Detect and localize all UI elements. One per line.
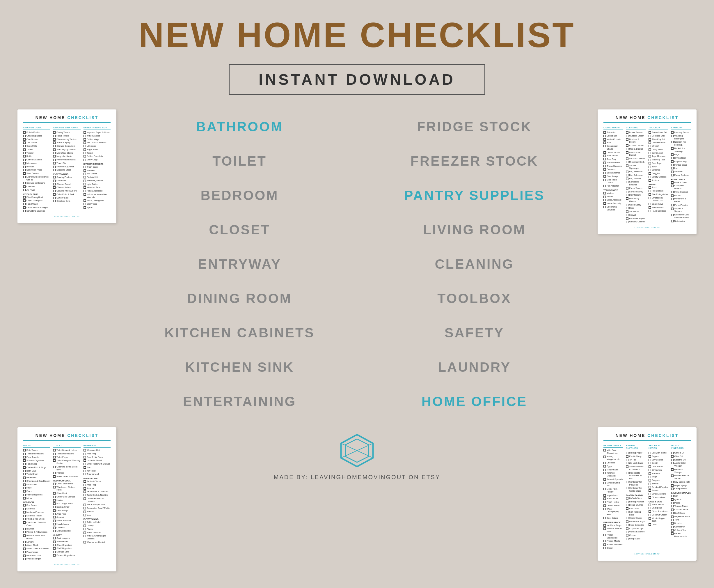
grid-item-toilet[interactable]: TOILET	[122, 144, 357, 178]
list-item: Computer Monitor	[671, 184, 691, 190]
list-item: Trivets	[23, 148, 50, 151]
grid-item-closet[interactable]: CLOSET	[122, 212, 357, 247]
card-header-br: NEW HOME CHECKLIST	[603, 433, 691, 441]
grid-label-dining-room: DINING ROOM	[128, 291, 351, 306]
list-item: Fresh Fruits	[603, 497, 623, 500]
list-item: Thyme	[649, 482, 668, 485]
col-oils: OILS & VINEGARS Canola Oil Olive Oil Ses…	[671, 444, 691, 550]
grid-item-kitchen-sink[interactable]: KITCHEN SINK	[122, 350, 357, 384]
section-label-bedroom-cont: BEDROOM CONT.	[53, 480, 80, 482]
list-item: Bin, Bedroom	[626, 170, 646, 173]
grid-item-entryway[interactable]: ENTRYWAY	[122, 247, 357, 281]
list-item: Dustpan & Broom	[626, 138, 646, 144]
list-item: Bi-Carb Soda	[626, 497, 646, 500]
section-label-tech: TECHNOLOGY	[603, 189, 623, 191]
list-item: Shampoo & Conditioner	[23, 480, 50, 483]
list-item: Wrench	[649, 145, 668, 148]
grid-item-entertaining[interactable]: ENTERTAINING	[122, 384, 357, 419]
col-spices: SPICES & HERBS Salt with Iodine Pepper B…	[649, 444, 668, 550]
bottom-center: MADE BY: LEAVINGHOMEMOVINGOUT ON ETSY	[122, 427, 592, 486]
list-item: Pasta	[671, 502, 691, 504]
list-item: Filing Cabinet	[671, 191, 691, 194]
list-item: Milk, Cow, Almond etc.	[603, 449, 623, 455]
list-item: Salt	[671, 495, 691, 498]
grid-item-freezer-stock[interactable]: FREEZER STOCK	[357, 144, 592, 178]
list-item: Shower Organiser	[23, 459, 50, 462]
list-item: Cumin	[649, 462, 668, 465]
card-header-right: NEW HOME CHECKLIST	[603, 115, 691, 123]
list-item: Screwdriver Set	[649, 131, 668, 134]
grid-label-pantry: PANTRY SUPPLIES	[363, 187, 586, 203]
list-item: Corn	[649, 523, 668, 526]
list-item: Teapot	[84, 152, 111, 154]
list-item: Bread	[603, 547, 623, 550]
list-item: Modem	[603, 192, 623, 195]
list-item: Matches	[84, 169, 111, 172]
list-item: Area Rug	[603, 158, 623, 161]
list-item: Indoor Broom	[626, 131, 646, 134]
grid-item-kitchen-cabinets[interactable]: KITCHEN CABINETS	[122, 316, 357, 350]
col-header-fridge: FRIDGE STOCK	[603, 444, 623, 448]
list-item: Small Table with Drawer	[84, 463, 111, 465]
list-item: Fire Extinguisher	[649, 193, 668, 196]
grid-item-pantry[interactable]: PANTRY SUPPLIES	[357, 178, 592, 212]
list-item: Baking Powder	[626, 500, 646, 503]
grid-item-cleaning[interactable]: CLEANING	[357, 247, 592, 281]
list-item: Washing Detergent	[671, 134, 691, 140]
grid-item-living-room[interactable]: LIVING ROOM	[357, 212, 592, 247]
list-item: Lamp/s	[23, 541, 50, 544]
list-item: Hand Sanitizer	[649, 210, 668, 212]
grid-item-bathroom[interactable]: BATHROOM	[122, 109, 357, 144]
list-item: Dryer	[23, 490, 50, 493]
list-item: Iron	[671, 167, 691, 170]
col-room: ROOM Bath Towels Toilet Disinfectant Fac…	[23, 444, 50, 561]
list-item: Cutlery Sets	[53, 196, 80, 200]
page-header: NEW HOME CHECKLIST INSTANT DOWNLOAD	[0, 0, 714, 104]
list-item: Oven Mitts	[23, 145, 50, 148]
list-item: Turmeric	[649, 472, 668, 475]
list-item: Bath Towels	[23, 449, 50, 452]
grid-label-freezer-stock: FREEZER STOCK	[363, 153, 586, 169]
list-item: Voice Assistant	[603, 198, 623, 202]
list-item: Laundry Basket	[671, 131, 691, 134]
list-item: Crockery Sets	[53, 200, 80, 203]
grid-item-laundry[interactable]: LAUNDRY	[357, 350, 592, 384]
list-item: Oregano	[649, 479, 668, 482]
list-item: Wine & Champagne Glasses	[84, 534, 111, 540]
list-item: Area Rug	[53, 512, 80, 516]
list-item: Duct Tape	[649, 162, 668, 165]
grid-item-home-office[interactable]: HOME OFFICE	[357, 384, 592, 419]
list-item: Blanket	[23, 527, 50, 530]
list-item: Weed Spray	[626, 204, 646, 206]
list-item: Bin, Kitchen	[626, 177, 646, 180]
list-item: Artwork	[53, 516, 80, 519]
bottom-right-card: NEW HOME CHECKLIST FRIDGE STOCK Milk, Co…	[598, 427, 696, 561]
list-item: Hose	[626, 207, 646, 210]
list-item: Container for Potatoes	[626, 481, 646, 486]
list-item: Noodles	[671, 522, 691, 525]
made-by-text: MADE BY: LEAVINGHOMEMOVINGOUT ON ETSY	[274, 474, 440, 481]
list-item: Olive Oil	[671, 455, 691, 458]
col-header-spices: SPICES & HERBS	[649, 444, 668, 450]
grid-item-toolbox[interactable]: TOOLBOX	[357, 281, 592, 316]
list-item: Cheeses	[603, 461, 623, 464]
list-item: Drying Rack	[671, 156, 691, 160]
instant-download-box: INSTANT DOWNLOAD	[229, 64, 485, 95]
list-item: Bin, Bathroom	[626, 174, 646, 177]
list-item: Eggs	[603, 465, 623, 468]
grid-item-dining-room[interactable]: DINING ROOM	[122, 281, 357, 316]
list-item: Occasional Chairs	[603, 145, 623, 150]
list-item: Pens & Notepad	[84, 189, 111, 192]
list-item: Worcestershire Sauce	[671, 474, 691, 480]
grid-item-bedroom[interactable]: BEDROOM	[122, 178, 357, 212]
list-item: Serving Platters	[53, 176, 80, 179]
list-item: Disposable containers w/ lids	[626, 471, 646, 480]
list-item: Shoe Organiser	[53, 544, 80, 547]
list-item: Wine or Ice Bucket	[84, 541, 111, 544]
list-item: Dip Bowls	[53, 179, 80, 182]
grid-item-safety[interactable]: SAFETY	[357, 316, 592, 350]
list-item: Heater	[53, 499, 80, 502]
list-item: Box Cutter	[84, 172, 111, 175]
grid-item-fridge-stock[interactable]: FRIDGE STOCK	[357, 109, 592, 144]
section-label-home-office: HOME OFFICE	[671, 178, 691, 181]
